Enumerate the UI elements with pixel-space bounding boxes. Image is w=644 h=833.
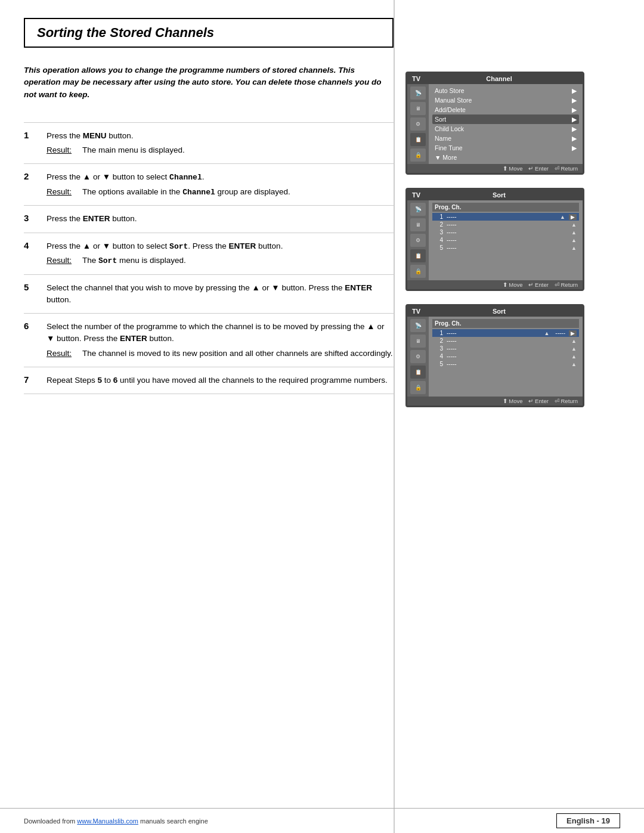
tv-icon-s2: 🖥 <box>410 218 426 231</box>
tv-icon-s1: 📡 <box>410 203 426 216</box>
step-content: Press the ▲ or ▼ button to select Sort. … <box>42 233 394 274</box>
table-row: 5 Select the channel that you wish to mo… <box>24 274 394 314</box>
bottom-bar: Downloaded from www.Manualslib.com manua… <box>0 808 644 833</box>
menu-bold: MENU <box>83 131 107 140</box>
table-row: 2 Press the ▲ or ▼ button to select Chan… <box>24 164 394 206</box>
step-content: Select the number of the programme to wh… <box>42 314 394 367</box>
page-title: Sorting the Stored Channels <box>37 25 380 41</box>
table-row: 3 Press the ENTER button. <box>24 206 394 233</box>
tv-menu-1: Auto Store▶ Manual Store▶ Add/Delete▶ So… <box>429 84 583 164</box>
tv-header-3: TV Sort <box>407 306 583 317</box>
tv-footer-1: ⬆ Move ↵ Enter ⏎ Return <box>407 164 583 173</box>
step-number: 7 <box>24 367 42 394</box>
tv-header-1: TV Channel <box>407 73 583 84</box>
tv-menu-item-name: Name▶ <box>432 134 579 143</box>
tv-icon-s5: 🔒 <box>410 265 426 278</box>
tv-screen-1: TV Channel 📡 🖥 ⚙ 📋 🔒 Auto Store▶ Manual … <box>405 72 584 175</box>
tv-icon-1: 📡 <box>410 86 426 100</box>
title-box: Sorting the Stored Channels <box>24 18 394 48</box>
tv-sort-menu-2: Prog. Ch. 1 ----- ▲ ▶ 2 ----- ▲ 3 ----- … <box>429 200 583 280</box>
step-number: 1 <box>24 122 42 164</box>
right-panel: TV Channel 📡 🖥 ⚙ 📋 🔒 Auto Store▶ Manual … <box>405 72 608 420</box>
result-text: The main menu is displayed. <box>82 144 185 156</box>
tv-menu-item-finetune: Fine Tune▶ <box>432 143 579 153</box>
tv-sort-menu-3: Prog. Ch. 1 ----- ▲ ----- ▶ 2 ----- ▲ 3 … <box>429 317 583 397</box>
tv-footer-2: ⬆ Move ↵ Enter ⏎ Return <box>407 280 583 289</box>
result-text: The Sort menu is displayed. <box>82 255 186 267</box>
tv-icon-5: 🔒 <box>410 148 426 162</box>
tv-screen-3: TV Sort 📡 🖥 ⚙ 📋 🔒 Prog. Ch. 1 ----- ▲ --… <box>405 304 584 407</box>
sort-row-2-2: 2 ----- ▲ <box>432 221 579 228</box>
step-content: Press the ENTER button. <box>42 206 394 233</box>
step-number: 5 <box>24 274 42 314</box>
sort-row-2-5: 5 ----- ▲ <box>432 244 579 252</box>
result-label: Result: <box>47 144 76 156</box>
tv-title-1: Channel <box>486 75 512 82</box>
table-row: 6 Select the number of the programme to … <box>24 314 394 367</box>
tv-header-2: TV Sort <box>407 190 583 200</box>
step6-bold: 6 <box>113 376 118 385</box>
table-row: 1 Press the MENU button. Result: The mai… <box>24 122 394 164</box>
step-number: 3 <box>24 206 42 233</box>
sort-row-2-4: 4 ----- ▲ <box>432 236 579 244</box>
tv-sidebar-2: 📡 🖥 ⚙ 📋 🔒 <box>407 200 429 280</box>
sort-row-2-3: 3 ----- ▲ <box>432 228 579 236</box>
sort-header-2: Prog. Ch. <box>432 203 579 212</box>
tv-icon-t1: 📡 <box>410 319 426 332</box>
manualslib-link[interactable]: www.Manualslib.com <box>77 817 138 825</box>
tv-menu-item-childlock: Child Lock▶ <box>432 124 579 134</box>
sort-row-3-4: 4 ----- ▲ <box>432 352 579 360</box>
tv-icon-t4: 📋 <box>410 366 426 379</box>
tv-icon-s3: ⚙ <box>410 234 426 247</box>
result-label: Result: <box>47 348 76 360</box>
step-number: 4 <box>24 233 42 274</box>
tv-icon-t5: 🔒 <box>410 381 426 394</box>
step-number: 2 <box>24 164 42 206</box>
sort-row-3-1: 1 ----- ▲ ----- ▶ <box>432 329 579 337</box>
step5-bold: 5 <box>98 376 103 385</box>
table-row: 4 Press the ▲ or ▼ button to select Sort… <box>24 233 394 274</box>
tv-icon-t3: ⚙ <box>410 350 426 363</box>
table-row: 7 Repeat Steps 5 to 6 until you have mov… <box>24 367 394 394</box>
tv-menu-item-adddelete: Add/Delete▶ <box>432 105 579 114</box>
result-label: Result: <box>47 186 76 199</box>
tv-label-1: TV <box>412 75 420 82</box>
channel-bold: Channel <box>169 172 202 181</box>
tv-sidebar-3: 📡 🖥 ⚙ 📋 🔒 <box>407 317 429 397</box>
tv-title-2: Sort <box>493 191 506 199</box>
sort-row-3-5: 5 ----- ▲ <box>432 360 579 368</box>
intro-paragraph: This operation allows you to change the … <box>24 64 394 108</box>
sort-bold: Sort <box>169 241 188 250</box>
tv-icon-s4: 📋 <box>410 249 426 262</box>
download-info: Downloaded from www.Manualslib.com manua… <box>24 817 208 825</box>
vertical-divider <box>394 0 395 833</box>
tv-icon-2: 🖥 <box>410 102 426 115</box>
tv-label-2: TV <box>412 191 420 199</box>
step-content: Press the MENU button. Result: The main … <box>42 122 394 164</box>
sort-row-3-3: 3 ----- ▲ <box>432 345 579 352</box>
step-number: 6 <box>24 314 42 367</box>
sort-row-2-1: 1 ----- ▲ ▶ <box>432 213 579 221</box>
result-text: The options available in the Channel gro… <box>82 186 290 199</box>
result-text: The channel is moved to its new position… <box>82 348 393 360</box>
tv-icon-t2: 🖥 <box>410 335 426 348</box>
tv-icon-3: ⚙ <box>410 117 426 131</box>
tv-sidebar-1: 📡 🖥 ⚙ 📋 🔒 <box>407 84 429 164</box>
tv-label-3: TV <box>412 308 420 315</box>
step-content: Press the ▲ or ▼ button to select Channe… <box>42 164 394 206</box>
step-content: Select the channel that you wish to move… <box>42 274 394 314</box>
tv-body-1: 📡 🖥 ⚙ 📋 🔒 Auto Store▶ Manual Store▶ Add/… <box>407 84 583 164</box>
steps-table: 1 Press the MENU button. Result: The mai… <box>24 122 394 394</box>
tv-screen-2: TV Sort 📡 🖥 ⚙ 📋 🔒 Prog. Ch. 1 ----- ▲ ▶ <box>405 188 584 291</box>
result-label: Result: <box>47 255 76 267</box>
sort-header-3: Prog. Ch. <box>432 319 579 328</box>
page-number-box: English - 19 <box>556 813 620 828</box>
left-panel: Sorting the Stored Channels This operati… <box>24 18 394 394</box>
tv-menu-item-sort: Sort▶ <box>432 114 579 124</box>
tv-body-3: 📡 🖥 ⚙ 📋 🔒 Prog. Ch. 1 ----- ▲ ----- ▶ 2 … <box>407 317 583 397</box>
enter-bold: ENTER <box>83 214 110 223</box>
tv-title-3: Sort <box>493 308 506 315</box>
enter-bold4: ENTER <box>120 334 147 343</box>
tv-body-2: 📡 🖥 ⚙ 📋 🔒 Prog. Ch. 1 ----- ▲ ▶ 2 ----- … <box>407 200 583 280</box>
sort-row-3-2: 2 ----- ▲ <box>432 337 579 345</box>
